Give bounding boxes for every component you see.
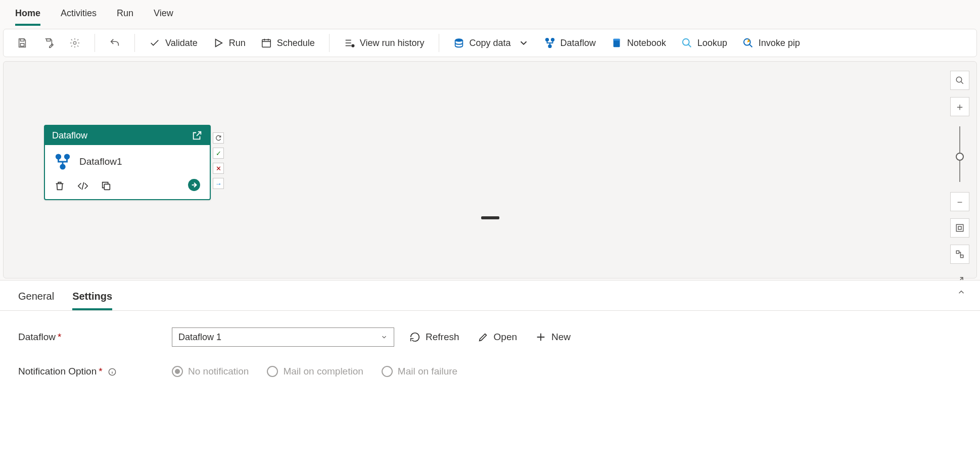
tab-activities[interactable]: Activities (61, 5, 97, 26)
copy-data-button[interactable]: Copy data (448, 34, 534, 52)
save-as-button[interactable] (38, 34, 59, 52)
radio-circle (382, 366, 393, 377)
svg-rect-21 (958, 226, 961, 229)
panel-drag-handle[interactable] (481, 216, 499, 219)
dataflow-selected-value: Dataflow 1 (178, 332, 221, 343)
radio-mail-completion[interactable]: Mail on completion (267, 366, 363, 377)
zoom-out-button[interactable]: － (950, 192, 969, 211)
svg-point-15 (65, 155, 69, 159)
lookup-label: Lookup (697, 38, 727, 49)
copy-icon[interactable] (101, 180, 112, 192)
undo-button[interactable] (104, 34, 125, 52)
svg-point-3 (73, 41, 76, 44)
svg-rect-22 (956, 251, 959, 253)
settings-button[interactable] (64, 34, 85, 52)
notification-label-text: Notification Option (18, 366, 97, 377)
separator (134, 34, 135, 52)
radio-dot (175, 369, 180, 374)
zoom-slider[interactable] (959, 126, 960, 182)
separator (95, 34, 95, 52)
refresh-button[interactable]: Refresh (406, 330, 462, 345)
history-icon (344, 37, 355, 49)
activity-footer (45, 174, 210, 199)
checkmark-icon (149, 37, 160, 49)
save-as-icon (43, 37, 54, 49)
svg-rect-20 (956, 224, 963, 231)
dataflow-button[interactable]: Dataflow (539, 34, 601, 52)
radio-circle (172, 366, 183, 377)
invoke-icon (742, 37, 754, 49)
svg-point-13 (744, 39, 751, 45)
radio-mail-failure[interactable]: Mail on failure (382, 366, 457, 377)
code-icon[interactable] (77, 180, 88, 192)
port-completion[interactable]: → (213, 178, 224, 189)
activity-header: Dataflow (45, 126, 210, 145)
invoke-pipeline-button[interactable]: Invoke pip (737, 34, 805, 52)
delete-icon[interactable] (54, 180, 65, 192)
dataflow-activity[interactable]: Dataflow Dataflow1 (44, 125, 211, 200)
svg-rect-11 (613, 39, 620, 41)
activity-ports: ✓ ✕ → (213, 132, 224, 189)
tab-run[interactable]: Run (117, 5, 133, 26)
svg-point-9 (548, 45, 551, 48)
lookup-button[interactable]: Lookup (676, 34, 732, 52)
new-button[interactable]: New (532, 330, 574, 345)
svg-point-5 (352, 44, 354, 47)
plus-icon (535, 332, 546, 343)
svg-rect-0 (20, 39, 24, 41)
panel-tabs: General Settings (0, 280, 980, 311)
save-button[interactable] (12, 34, 33, 52)
run-button[interactable]: Run (208, 34, 251, 52)
properties-panel: General Settings Dataflow* Dataflow 1 Re… (0, 280, 980, 470)
invoke-pipeline-label: Invoke pip (759, 38, 800, 49)
required-asterisk: * (99, 366, 102, 377)
info-icon[interactable] (108, 368, 116, 376)
fit-to-screen-button[interactable] (950, 218, 969, 238)
svg-point-8 (551, 38, 554, 41)
notification-row: Notification Option* No notification Mai… (18, 358, 962, 385)
radio-no-notification[interactable]: No notification (172, 366, 249, 377)
zoom-thumb[interactable] (956, 153, 964, 161)
zoom-in-button[interactable]: ＋ (950, 97, 969, 116)
port-failure[interactable]: ✕ (213, 163, 224, 174)
auto-align-button[interactable] (950, 245, 969, 264)
radio-circle (267, 366, 278, 377)
canvas-search-button[interactable] (950, 71, 969, 90)
settings-form: Dataflow* Dataflow 1 Refresh Open New No… (0, 311, 980, 398)
radio-label: Mail on failure (398, 366, 457, 377)
pipeline-canvas[interactable]: Dataflow Dataflow1 ✓ ✕ → ＋ － (3, 61, 977, 278)
svg-point-19 (956, 77, 962, 82)
svg-point-14 (56, 155, 61, 159)
dataflow-icon (544, 37, 555, 49)
activity-name: Dataflow1 (79, 156, 122, 167)
copy-data-label: Copy data (470, 38, 511, 49)
search-icon (681, 37, 692, 49)
schedule-button[interactable]: Schedule (256, 34, 320, 52)
dataflow-dropdown[interactable]: Dataflow 1 (172, 327, 394, 347)
tab-view[interactable]: View (154, 5, 173, 26)
dataflow-label-text: Dataflow (18, 332, 56, 342)
svg-point-16 (61, 165, 65, 169)
notebook-button[interactable]: Notebook (606, 34, 671, 52)
chevron-down-icon (381, 334, 388, 341)
port-success[interactable]: ✓ (213, 148, 224, 159)
svg-rect-1 (20, 43, 24, 46)
validate-button[interactable]: Validate (144, 34, 203, 52)
edit-icon (478, 332, 489, 343)
port-redo[interactable] (213, 132, 224, 144)
activity-run-icon[interactable] (188, 178, 201, 193)
panel-tab-settings[interactable]: Settings (72, 288, 112, 310)
svg-rect-2 (46, 39, 50, 41)
dataflow-field-label: Dataflow* (18, 332, 160, 343)
open-external-icon[interactable] (192, 130, 203, 141)
view-run-history-button[interactable]: View run history (339, 34, 430, 52)
separator (439, 34, 439, 52)
open-button[interactable]: Open (475, 330, 520, 345)
dataflow-icon (54, 153, 71, 170)
validate-label: Validate (165, 38, 198, 49)
separator (329, 34, 330, 52)
panel-collapse-button[interactable] (957, 288, 966, 299)
panel-tab-general[interactable]: General (18, 288, 54, 310)
tab-home[interactable]: Home (15, 5, 40, 26)
svg-rect-23 (961, 255, 963, 258)
